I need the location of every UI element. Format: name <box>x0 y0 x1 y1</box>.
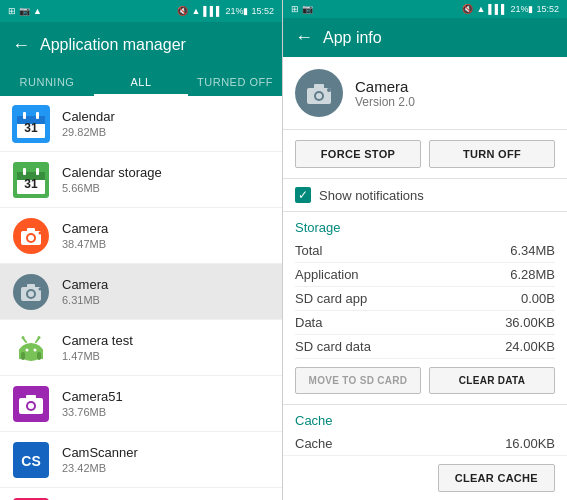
list-item[interactable]: Camera 38.47MB <box>0 208 282 264</box>
list-item[interactable]: Camera51 33.76MB <box>0 376 282 432</box>
storage-table: Total 6.34MB Application 6.28MB SD card … <box>283 239 567 359</box>
cache-label: Cache <box>295 436 333 451</box>
app-detail-name: Camera <box>355 78 415 95</box>
svg-point-37 <box>28 403 34 409</box>
move-to-sd-button[interactable]: MOVE TO SD CARD <box>295 367 421 394</box>
list-item[interactable]: 31 Calendar 29.82MB <box>0 96 282 152</box>
tab-all[interactable]: ALL <box>94 68 188 96</box>
app-detail-icon <box>295 69 343 117</box>
app-info: Camera test 1.47MB <box>62 333 270 362</box>
camera-color-icon <box>12 217 50 255</box>
storage-label-data: Data <box>295 315 322 330</box>
camera-status-icon: 📷 <box>19 6 30 16</box>
candy-icon: 🍬 <box>12 497 50 501</box>
app-detail-text: Camera Version 2.0 <box>355 78 415 109</box>
svg-text:31: 31 <box>24 121 38 135</box>
tab-turned-off[interactable]: TURNED OFF <box>188 68 282 96</box>
cache-row: Cache 16.00KB <box>283 432 567 456</box>
right-back-button[interactable]: ← <box>295 27 313 48</box>
app-info: Camera 38.47MB <box>62 221 270 250</box>
mute-icon: 🔇 <box>177 6 188 16</box>
storage-value-data: 36.00KB <box>505 315 555 330</box>
app-name: Calendar storage <box>62 165 270 180</box>
storage-row-app: Application 6.28MB <box>295 263 555 287</box>
storage-label-sdapp: SD card app <box>295 291 367 306</box>
notifications-checkbox[interactable]: ✓ <box>295 187 311 203</box>
app-size: 5.66MB <box>62 182 270 194</box>
svg-rect-33 <box>37 352 41 360</box>
svg-point-17 <box>39 231 42 234</box>
notifications-label: Show notifications <box>319 188 424 203</box>
svg-rect-22 <box>27 284 35 288</box>
calendar-storage-icon: 31 <box>12 161 50 199</box>
left-status-bar: ⊞ 📷 ▲ 🔇 ▲ ▌▌▌ 21%▮ 15:52 <box>0 0 282 22</box>
storage-value-total: 6.34MB <box>510 243 555 258</box>
svg-point-23 <box>39 287 42 290</box>
right-panel: ⊞ 📷 🔇 ▲ ▌▌▌ 21%▮ 15:52 ← App info <box>283 0 567 500</box>
storage-row-sddata: SD card data 24.00KB <box>295 335 555 359</box>
list-item[interactable]: Camera test 1.47MB <box>0 320 282 376</box>
left-panel: ⊞ 📷 ▲ 🔇 ▲ ▌▌▌ 21%▮ 15:52 ← Application m… <box>0 0 283 500</box>
android-icon <box>12 329 50 367</box>
app-name: Camera <box>62 277 270 292</box>
app-info: CamScanner 23.42MB <box>62 445 270 474</box>
app-size: 1.47MB <box>62 350 270 362</box>
mute-icon-r: 🔇 <box>462 4 473 14</box>
right-status-bar: ⊞ 📷 🔇 ▲ ▌▌▌ 21%▮ 15:52 <box>283 0 567 18</box>
app-name: Calendar <box>62 109 270 124</box>
right-header-title: App info <box>323 29 382 47</box>
list-item[interactable]: 31 Calendar storage 5.66MB <box>0 152 282 208</box>
app-list: 31 Calendar 29.82MB 31 <box>0 96 282 500</box>
list-item[interactable]: 🍬 Candy Crush Saga <box>0 488 282 500</box>
app-size: 38.47MB <box>62 238 270 250</box>
clear-data-button[interactable]: CLEAR DATA <box>429 367 555 394</box>
app-size: 6.31MB <box>62 294 270 306</box>
signal-bars-icon: ▌▌▌ <box>203 6 222 16</box>
svg-point-48 <box>327 88 331 92</box>
app-name: Camera <box>62 221 270 236</box>
svg-point-30 <box>22 336 25 339</box>
calendar-icon: 31 <box>12 105 50 143</box>
list-item[interactable]: Camera 6.31MB <box>0 264 282 320</box>
camera51-icon <box>12 385 50 423</box>
storage-row-total: Total 6.34MB <box>295 239 555 263</box>
wifi-icon-r: ▲ <box>476 4 485 14</box>
app-name: Camera test <box>62 333 270 348</box>
notifications-row: ✓ Show notifications <box>283 179 567 212</box>
list-item[interactable]: CS CamScanner 23.42MB <box>0 432 282 488</box>
left-back-button[interactable]: ← <box>12 35 30 56</box>
force-stop-button[interactable]: FORCE STOP <box>295 140 421 168</box>
right-status-icons-right: 🔇 ▲ ▌▌▌ 21%▮ 15:52 <box>462 4 559 14</box>
app-info: Camera 6.31MB <box>62 277 270 306</box>
wifi-icon: ▲ <box>191 6 200 16</box>
right-header: ← App info <box>283 18 567 57</box>
camera-status-icon-r: 📷 <box>302 4 313 14</box>
app-detail-version: Version 2.0 <box>355 95 415 109</box>
svg-point-15 <box>28 235 34 241</box>
svg-point-27 <box>34 348 37 351</box>
svg-rect-47 <box>314 84 324 89</box>
svg-point-31 <box>38 336 41 339</box>
app-name: CamScanner <box>62 445 270 460</box>
svg-rect-4 <box>23 112 26 119</box>
svg-rect-10 <box>23 168 26 175</box>
clear-cache-button[interactable]: CLEAR CACHE <box>438 464 555 492</box>
storage-label-app: Application <box>295 267 359 282</box>
svg-rect-32 <box>21 352 25 360</box>
left-header: ← Application manager <box>0 22 282 68</box>
storage-row-data: Data 36.00KB <box>295 311 555 335</box>
app-info-section: Camera Version 2.0 <box>283 57 567 130</box>
app-size: 33.76MB <box>62 406 270 418</box>
left-tabs: RUNNING ALL TURNED OFF <box>0 68 282 96</box>
grid-icon-r: ⊞ <box>291 4 299 14</box>
signal-bars-r: ▌▌▌ <box>488 4 507 14</box>
camscanner-icon: CS <box>12 441 50 479</box>
turn-off-button[interactable]: TURN OFF <box>429 140 555 168</box>
app-info: Calendar storage 5.66MB <box>62 165 270 194</box>
storage-label-sddata: SD card data <box>295 339 371 354</box>
svg-point-46 <box>316 93 322 99</box>
camera-bw-icon <box>12 273 50 311</box>
tab-running[interactable]: RUNNING <box>0 68 94 96</box>
storage-label-total: Total <box>295 243 322 258</box>
svg-rect-38 <box>26 395 36 399</box>
